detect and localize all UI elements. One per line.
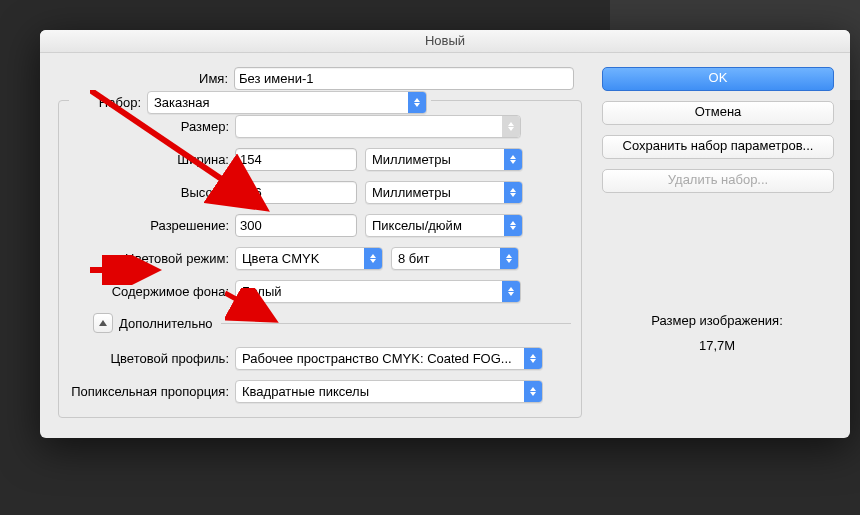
pixelaspect-value: Квадратные пикселы — [242, 384, 369, 399]
dropdown-icon — [502, 116, 520, 137]
background-value: Белый — [242, 284, 282, 299]
advanced-label: Дополнительно — [119, 316, 213, 331]
new-document-dialog: Новый Имя: Набор: Заказная Размер: — [40, 30, 850, 438]
pixelaspect-label: Попиксельная пропорция: — [69, 384, 235, 399]
dropdown-icon — [364, 248, 382, 269]
image-size-label: Размер изображения: — [602, 313, 832, 328]
dropdown-icon — [504, 182, 522, 203]
name-label: Имя: — [58, 71, 234, 86]
pixelaspect-select[interactable]: Квадратные пикселы — [235, 380, 543, 403]
dropdown-icon — [524, 381, 542, 402]
dropdown-icon — [504, 215, 522, 236]
advanced-disclosure[interactable]: Дополнительно — [93, 313, 571, 333]
chevron-up-icon — [93, 313, 113, 333]
background-select[interactable]: Белый — [235, 280, 521, 303]
preset-value: Заказная — [154, 95, 210, 110]
save-preset-button[interactable]: Сохранить набор параметров... — [602, 135, 834, 159]
dialog-title: Новый — [40, 30, 850, 53]
colordepth-value: 8 бит — [398, 251, 430, 266]
dropdown-icon — [504, 149, 522, 170]
width-label: Ширина: — [69, 152, 235, 167]
resolution-unit-select[interactable]: Пикселы/дюйм — [365, 214, 523, 237]
height-label: Высота: — [69, 185, 235, 200]
delete-preset-button: Удалить набор... — [602, 169, 834, 193]
width-input[interactable] — [235, 148, 357, 171]
name-input[interactable] — [234, 67, 574, 90]
dialog-body: Имя: Набор: Заказная Размер: — [40, 53, 850, 438]
size-select[interactable] — [235, 115, 521, 138]
height-unit-value: Миллиметры — [372, 185, 451, 200]
settings-fieldset: Набор: Заказная Размер: Ширина: — [58, 100, 582, 418]
height-input[interactable] — [235, 181, 357, 204]
dropdown-icon — [408, 92, 426, 113]
profile-label: Цветовой профиль: — [69, 351, 235, 366]
height-unit-select[interactable]: Миллиметры — [365, 181, 523, 204]
preset-select[interactable]: Заказная — [147, 91, 427, 114]
size-label: Размер: — [69, 119, 235, 134]
preset-label: Набор: — [81, 95, 147, 110]
divider — [221, 323, 571, 324]
profile-select[interactable]: Рабочее пространство CMYK: Coated FOG... — [235, 347, 543, 370]
resolution-label: Разрешение: — [69, 218, 235, 233]
dropdown-icon — [500, 248, 518, 269]
resolution-unit-value: Пикселы/дюйм — [372, 218, 462, 233]
width-unit-value: Миллиметры — [372, 152, 451, 167]
colormode-select[interactable]: Цвета CMYK — [235, 247, 383, 270]
resolution-input[interactable] — [235, 214, 357, 237]
dropdown-icon — [524, 348, 542, 369]
colormode-label: Цветовой режим: — [69, 251, 235, 266]
colormode-value: Цвета CMYK — [242, 251, 319, 266]
cancel-button[interactable]: Отмена — [602, 101, 834, 125]
dropdown-icon — [502, 281, 520, 302]
ok-button[interactable]: OK — [602, 67, 834, 91]
profile-value: Рабочее пространство CMYK: Coated FOG... — [242, 351, 512, 366]
width-unit-select[interactable]: Миллиметры — [365, 148, 523, 171]
image-size-value: 17,7M — [602, 338, 832, 353]
colordepth-select[interactable]: 8 бит — [391, 247, 519, 270]
background-label: Содержимое фона: — [69, 284, 235, 299]
